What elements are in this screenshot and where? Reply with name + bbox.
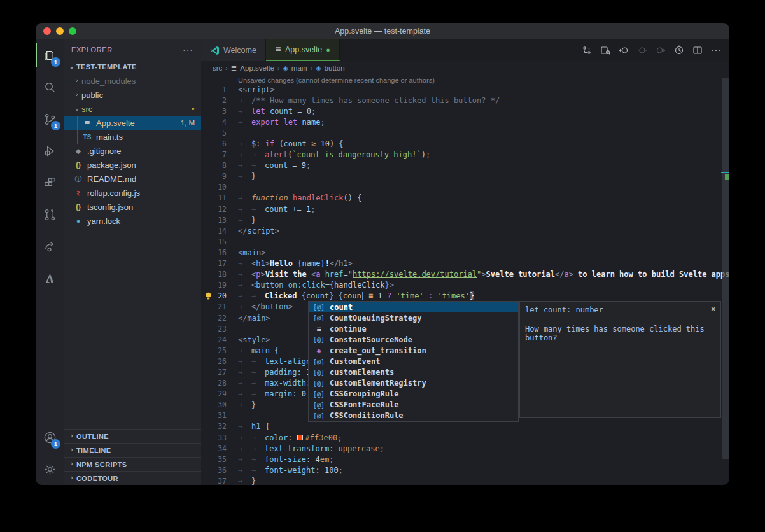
tab-welcome[interactable]: Welcome xyxy=(201,39,266,61)
sidebar-section-codetour[interactable]: ›CODETOUR xyxy=(64,471,201,485)
activity-bar-explorer[interactable]: 1 xyxy=(36,39,64,71)
file-row-node-modules[interactable]: ›node_modules xyxy=(64,74,201,88)
line-content: →} xyxy=(227,400,256,409)
file-row-app-svelte[interactable]: ≣App.svelte1, M xyxy=(64,116,201,130)
suggest-item-cssfontfacerule[interactable]: [@]CSSFontFaceRule xyxy=(309,400,518,410)
file-history-button[interactable] xyxy=(672,43,686,57)
activity-bar-extensions[interactable] xyxy=(36,167,64,199)
modified-dot-icon[interactable]: ● xyxy=(326,46,330,53)
code-line-15[interactable]: 15 xyxy=(201,236,721,247)
suggest-item-customelementregistry[interactable]: [@]CustomElementRegistry xyxy=(309,378,518,389)
suggest-item-constantsourcenode[interactable]: [@]ConstantSourceNode xyxy=(309,334,518,345)
suggest-item-customevent[interactable]: [@]CustomEvent xyxy=(309,356,518,367)
text-cursor xyxy=(362,292,363,300)
scrollbar-thumb[interactable] xyxy=(722,78,729,459)
suggest-item-create_out_transition[interactable]: ◈create_out_transition xyxy=(309,345,518,356)
file-row-tsconfig-json[interactable]: {}tsconfig.json xyxy=(64,200,201,214)
code-line-14[interactable]: 14</script> xyxy=(201,225,721,236)
title-bar[interactable]: App.svelte — test-template xyxy=(36,23,729,39)
file-row--gitignore[interactable]: ◆.gitignore xyxy=(64,144,201,158)
file-row-src[interactable]: ⌄src● xyxy=(64,102,201,116)
file-row-package-json[interactable]: {}package.json xyxy=(64,158,201,172)
chevron-down-icon: ⌄ xyxy=(73,105,81,112)
suggest-item-cssgroupingrule[interactable]: [@]CSSGroupingRule xyxy=(309,389,518,400)
file-row-rollup-config-js[interactable]: Ꝛrollup.config.js xyxy=(64,186,201,200)
compare-changes-button[interactable] xyxy=(580,43,594,57)
line-number: 21 xyxy=(201,302,227,311)
file-label: package.json xyxy=(87,160,136,170)
current-change-button[interactable] xyxy=(635,43,649,57)
code-line-8[interactable]: 8→→count = 9; xyxy=(201,160,721,171)
code-line-34[interactable]: 34→→text-transform: uppercase; xyxy=(201,443,721,454)
activity-bar-source-control[interactable]: 1 xyxy=(36,103,64,135)
activity-bar-pull-requests[interactable] xyxy=(36,199,64,230)
code-line-10[interactable]: 10 xyxy=(201,182,721,193)
code-line-13[interactable]: 13→} xyxy=(201,214,721,225)
code-line-37[interactable]: 37→} xyxy=(201,475,721,485)
code-line-33[interactable]: 33→→color: #ff3e00; xyxy=(201,432,721,443)
code-line-36[interactable]: 36→→font-weight: 100; xyxy=(201,465,721,475)
sidebar-section-outline[interactable]: ›OUTLINE xyxy=(64,429,201,443)
close-icon[interactable]: × xyxy=(711,304,716,314)
explorer-more-icon[interactable]: ··· xyxy=(183,45,193,55)
file-label: main.ts xyxy=(96,132,123,142)
file-row-public[interactable]: ›public xyxy=(64,88,201,102)
activity-bar-account[interactable]: 1 xyxy=(36,421,64,453)
more-actions-button[interactable] xyxy=(709,43,723,57)
code-line-16[interactable]: 16<main> xyxy=(201,247,721,258)
color-swatch[interactable] xyxy=(297,435,303,440)
activity-bar-run-debug[interactable] xyxy=(36,135,64,167)
project-root-row[interactable]: ⌄ TEST-TEMPLATE xyxy=(64,60,201,74)
code-line-35[interactable]: 35→→font-size: 4em; xyxy=(201,454,721,465)
tab-app-svelte[interactable]: ≣ App.svelte ● xyxy=(266,39,340,61)
breadcrumb-item-button[interactable]: button xyxy=(325,64,345,72)
line-number: 13 xyxy=(201,216,227,225)
breadcrumb-item-main[interactable]: main xyxy=(291,64,307,72)
suggest-item-label: customElements xyxy=(330,368,394,377)
suggest-widget: [@]count[@]CountQueuingStrategy≡continue… xyxy=(308,301,519,422)
suggest-item-countqueuingstrategy[interactable]: [@]CountQueuingStrategy xyxy=(309,312,518,323)
sidebar-section-timeline[interactable]: ›TIMELINE xyxy=(64,443,201,457)
code-line-2[interactable]: 2→/** How many times has someone clicked… xyxy=(201,95,721,106)
suggest-item-cssconditionrule[interactable]: [@]CSSConditionRule xyxy=(309,410,518,421)
code-line-3[interactable]: 3→let count = 0; xyxy=(201,106,721,116)
editor-scrollbar[interactable] xyxy=(721,75,729,485)
code-line-6[interactable]: 6→$: if (count ≥ 10) { xyxy=(201,138,721,149)
code-line-17[interactable]: 17→<h1>Hello {name}!</h1> xyxy=(201,258,721,269)
code-line-9[interactable]: 9→} xyxy=(201,171,721,182)
line-number: 5 xyxy=(201,129,227,137)
breadcrumb-item-app-svelte[interactable]: App.svelte xyxy=(240,64,274,72)
lightbulb-icon[interactable] xyxy=(205,292,212,300)
suggest-item-customelements[interactable]: [@]customElements xyxy=(309,367,518,378)
code-line-11[interactable]: 11→function handleClick() { xyxy=(201,193,721,204)
code-editor[interactable]: Unsaved changes (cannot determine recent… xyxy=(201,75,729,485)
code-line-18[interactable]: 18→<p>Visit the <a href="https://svelte.… xyxy=(201,269,721,280)
file-row-yarn-lock[interactable]: ●yarn.lock xyxy=(64,214,201,228)
breadcrumb-item-src[interactable]: src xyxy=(213,64,222,72)
code-line-32[interactable]: 32→h1 { xyxy=(201,421,721,432)
code-line-12[interactable]: 12→→count += 1; xyxy=(201,204,721,214)
activity-bar-live-share[interactable] xyxy=(36,230,64,262)
suggest-item-count[interactable]: [@]count xyxy=(309,302,518,312)
activity-bar-settings[interactable] xyxy=(36,453,64,485)
code-line-19[interactable]: 19→<button on:click={handleClick}> xyxy=(201,280,721,291)
activity-bar-azure[interactable] xyxy=(36,262,64,294)
suggest-item-continue[interactable]: ≡continue xyxy=(309,323,518,334)
file-history-icon xyxy=(674,45,684,55)
sidebar-section-npm-scripts[interactable]: ›NPM SCRIPTS xyxy=(64,457,201,471)
activity-bar-search[interactable] xyxy=(36,71,64,103)
line-number: 23 xyxy=(201,325,227,333)
file-row-readme-md[interactable]: ⓘREADME.md xyxy=(64,172,201,186)
split-editor-button[interactable] xyxy=(691,43,705,57)
breadcrumb-separator-icon: › xyxy=(225,65,227,72)
code-line-20[interactable]: 20→→Clicked {count} {coun ≡ 1 ? 'time' :… xyxy=(201,291,721,302)
code-line-7[interactable]: 7→→alert(`count is dangerously high!`); xyxy=(201,150,721,160)
open-preview-button[interactable] xyxy=(598,43,612,57)
next-change-button[interactable] xyxy=(654,43,668,57)
code-line-4[interactable]: 4→export let name; xyxy=(201,116,721,127)
file-row-main-ts[interactable]: TSmain.ts xyxy=(64,130,201,144)
code-line-5[interactable]: 5 xyxy=(201,127,721,138)
search-icon xyxy=(43,80,57,95)
code-line-1[interactable]: 1<script> xyxy=(201,84,721,95)
previous-change-button[interactable] xyxy=(617,43,631,57)
